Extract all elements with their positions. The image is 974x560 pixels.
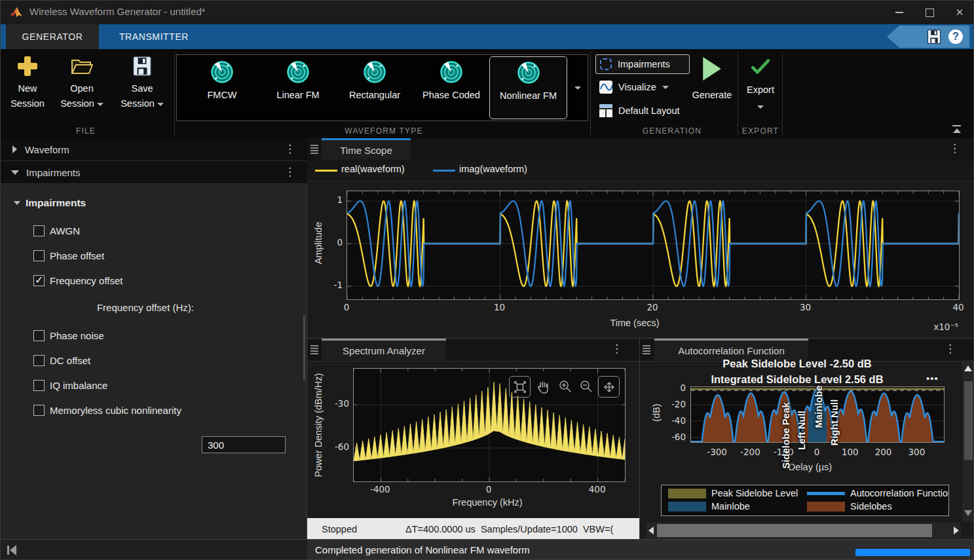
help-icon[interactable]: ? xyxy=(948,29,963,44)
tick-label: 10 xyxy=(485,302,514,312)
autocorr-legend: Peak Sidelobe Level Autocorrelation Func… xyxy=(661,485,949,516)
autocorrelation-panel: Autocorrelation Function ⋮ Peak Sidelobe… xyxy=(639,338,974,539)
time-scope-menu-icon[interactable]: ⋮ xyxy=(949,138,960,159)
autocorr-menu-icon[interactable]: ⋮ xyxy=(945,339,956,360)
checkbox-memoryless-cubic[interactable]: Memoryless cubic nonlinearity xyxy=(33,403,181,417)
save-floppy-icon xyxy=(132,56,152,77)
app-window: Wireless Waveform Generator - untitled* … xyxy=(0,0,974,560)
open-session-button[interactable]: Open Session xyxy=(56,56,108,111)
default-layout-icon xyxy=(599,104,612,117)
open-session-caret-icon xyxy=(97,103,103,106)
section-header-impairments[interactable]: Impairments ⋮ xyxy=(1,161,307,184)
tick-label: 20 xyxy=(638,302,667,312)
zoom-in-icon[interactable] xyxy=(555,376,575,396)
impairments-heading[interactable]: Impairments xyxy=(14,197,86,209)
close-icon: ✕ xyxy=(956,7,964,18)
new-session-button[interactable]: New Session xyxy=(6,56,49,111)
real-legend-label: real(waveform) xyxy=(341,164,405,174)
chevron-down-icon xyxy=(11,170,19,175)
spectrum-menu-icon[interactable]: ⋮ xyxy=(611,339,622,360)
minimize-button[interactable] xyxy=(884,1,914,24)
impairments-toggle[interactable]: Impairments xyxy=(595,54,690,74)
tick-label: 300 xyxy=(899,447,933,457)
tick-label: 0 xyxy=(664,383,686,393)
export-group-label: EXPORT xyxy=(741,126,780,137)
tick-label: -300 xyxy=(700,447,734,457)
scroll-down-icon[interactable] xyxy=(964,510,972,516)
save-session-button[interactable]: Save Session xyxy=(116,56,168,111)
fit-axes-icon[interactable] xyxy=(598,376,620,398)
checkbox-iq-imbalance[interactable]: IQ imbalance xyxy=(33,379,107,392)
tick-label: -200 xyxy=(733,447,767,457)
gallery-dropdown-button[interactable] xyxy=(568,54,588,121)
file-group-label: FILE xyxy=(47,126,125,137)
tick-label: 40 xyxy=(944,302,973,312)
scroll-left-icon[interactable] xyxy=(648,527,654,534)
waveform-rectangular[interactable]: Rectangular xyxy=(338,56,411,118)
radar-icon xyxy=(210,60,234,84)
maximize-button[interactable] xyxy=(914,1,945,24)
zoom-out-icon[interactable] xyxy=(576,376,596,396)
pan-hand-icon[interactable] xyxy=(533,376,553,396)
tick-label: -60 xyxy=(323,441,349,452)
tick-label: -60 xyxy=(664,432,686,442)
hscroll-thumb[interactable] xyxy=(657,524,932,537)
quick-access-toolbar: ? xyxy=(887,26,969,48)
annotation-mainlobe: Mainlobe xyxy=(812,355,825,458)
tick-label: -40 xyxy=(664,415,686,426)
right-vscrollbar[interactable] xyxy=(962,360,974,521)
real-legend-swatch xyxy=(315,170,337,172)
left-panel-scrollbar[interactable] xyxy=(303,315,305,381)
checkbox-awgn[interactable]: AWGN xyxy=(33,224,80,237)
waveform-phase-coded[interactable]: Phase Coded xyxy=(415,56,488,118)
frequency-offset-input[interactable] xyxy=(202,436,286,453)
autocorr-title: Peak Sidelobe Level -2.50 dB Integrated … xyxy=(660,356,935,387)
export-button[interactable]: Export xyxy=(742,58,779,114)
impairments-menu-icon[interactable]: ⋮ xyxy=(284,161,295,183)
tick-label: 0 xyxy=(470,484,507,495)
visualize-button[interactable]: Visualize xyxy=(595,78,688,96)
tab-generator[interactable]: GENERATOR xyxy=(6,24,99,49)
scroll-right-icon[interactable] xyxy=(954,527,959,534)
waveform-nonlinear-fm[interactable]: Nonlinear FM xyxy=(489,56,567,119)
tab-time-scope[interactable]: Time Scope xyxy=(322,138,411,160)
default-layout-button[interactable]: Default Layout xyxy=(595,102,688,120)
panel-grip-icon[interactable] xyxy=(643,345,650,354)
tick-label: 0 xyxy=(316,237,343,248)
close-button[interactable]: ✕ xyxy=(945,1,974,24)
panel-grip-icon[interactable] xyxy=(310,145,318,154)
collapse-panel-icon[interactable] xyxy=(7,545,19,555)
tick-label: 1 xyxy=(316,195,343,205)
scroll-up-icon[interactable] xyxy=(964,365,972,371)
vscroll-thumb[interactable] xyxy=(964,381,973,460)
autocorr-hscrollbar[interactable] xyxy=(646,523,961,538)
checkbox-frequency-offset[interactable]: Frequency offset xyxy=(33,274,122,287)
waveform-fmcw[interactable]: FMCW xyxy=(185,56,259,118)
radar-icon xyxy=(517,61,540,84)
autocorr-ellipsis-menu[interactable]: ••• xyxy=(926,373,939,384)
left-panel: Waveform ⋮ Impairments ⋮ Impairments AWG… xyxy=(1,138,307,539)
waveform-menu-icon[interactable]: ⋮ xyxy=(284,138,295,160)
tick-label: 200 xyxy=(867,447,901,457)
checkbox-phase-noise[interactable]: Phase noise xyxy=(33,329,104,342)
quick-save-icon[interactable] xyxy=(926,29,942,45)
checkbox-phase-offset[interactable]: Phase offset xyxy=(33,249,104,262)
panel-grip-icon[interactable] xyxy=(310,345,318,354)
chevron-right-icon xyxy=(12,145,17,153)
waveform-linear-fm[interactable]: Linear FM xyxy=(261,56,335,118)
tab-transmitter[interactable]: TRANSMITTER xyxy=(99,24,209,49)
tick-label: 0 xyxy=(332,302,361,312)
generate-button[interactable]: Generate xyxy=(690,57,734,103)
waveform-type-group-label: WAVEFORM TYPE xyxy=(315,126,453,137)
time-scope-legend: real(waveform) imag(waveform) xyxy=(307,160,974,181)
checkbox-box xyxy=(33,405,45,416)
collapse-ribbon-button[interactable] xyxy=(952,125,962,134)
plot-expand-icon[interactable] xyxy=(509,376,531,398)
tick-label: -30 xyxy=(323,398,349,409)
checkbox-dc-offset[interactable]: DC offset xyxy=(33,354,90,367)
section-header-waveform[interactable]: Waveform ⋮ xyxy=(1,138,307,161)
spectrum-tab-bar: Spectrum Analyzer ⋮ xyxy=(307,339,639,362)
tab-spectrum-analyzer[interactable]: Spectrum Analyzer xyxy=(322,339,446,360)
time-scope-tab-bar: Time Scope ⋮ xyxy=(307,138,974,161)
tick-label: -20 xyxy=(664,399,686,409)
